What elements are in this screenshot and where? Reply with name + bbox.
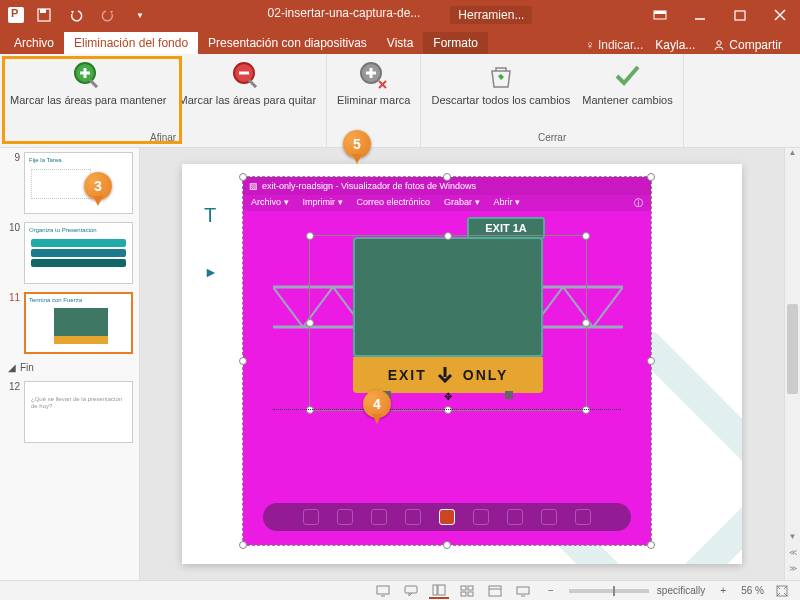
svg-rect-34 xyxy=(517,587,529,594)
ribbon-tabs: Archivo Eliminación del fondo Presentaci… xyxy=(0,30,800,54)
tell-me-search[interactable]: ♀ Indicar... xyxy=(586,38,644,52)
section-header[interactable]: ◢ Fin xyxy=(0,358,139,377)
sorter-view-button[interactable] xyxy=(457,583,477,599)
tab-presentacion[interactable]: Presentación con diapositivas xyxy=(198,32,377,54)
svg-rect-29 xyxy=(468,586,473,590)
zoom-in-button[interactable]: + xyxy=(713,583,733,599)
discard-changes-button[interactable]: Descartar todos los cambios xyxy=(427,58,574,130)
reading-view-button[interactable] xyxy=(485,583,505,599)
context-tools-label: Herramien... xyxy=(450,6,532,24)
slide-title-text: T xyxy=(204,204,216,227)
workspace: 9 Fije la Tarea 10 Organiza tu Presentac… xyxy=(0,148,800,580)
svg-rect-27 xyxy=(438,585,445,595)
slide-bullet: ► xyxy=(204,264,218,280)
minimize-button[interactable] xyxy=(680,0,720,30)
move-icon: ✥ xyxy=(444,391,452,402)
slide: T ► ▧exit-only-roadsign - Visualizador d… xyxy=(182,164,742,564)
ribbon-group-afinar: Marcar las áreas para mantener Marcar la… xyxy=(0,54,327,147)
tab-eliminacion-fondo[interactable]: Eliminación del fondo xyxy=(64,32,198,54)
foreground-selection-box[interactable] xyxy=(309,235,587,411)
tab-archivo[interactable]: Archivo xyxy=(4,32,64,54)
callout-5: 5 xyxy=(343,130,371,166)
ribbon-group-afinar-2: Eliminar marca xyxy=(327,54,421,147)
notes-button[interactable] xyxy=(373,583,393,599)
status-bar: − specifically + 56 % xyxy=(0,580,800,600)
button-label: Mantener cambios xyxy=(582,94,673,106)
vertical-scrollbar[interactable]: ▲ ▼ ≪ ≫ xyxy=(784,148,800,580)
svg-rect-25 xyxy=(405,586,417,593)
slide-preview: Termina con Fuerza xyxy=(24,292,133,354)
svg-rect-5 xyxy=(735,11,745,20)
callout-3: 3 xyxy=(84,172,112,208)
svg-rect-31 xyxy=(468,592,473,596)
zoom-level[interactable]: 56 % xyxy=(741,585,764,596)
undo-button[interactable] xyxy=(64,3,88,27)
plus-pencil-icon xyxy=(72,60,104,92)
document-title: 02-insertar-una-captura-de... xyxy=(268,6,421,24)
section-label: Fin xyxy=(20,362,34,373)
recycle-icon xyxy=(485,60,517,92)
slide-thumbnails-panel[interactable]: 9 Fije la Tarea 10 Organiza tu Presentac… xyxy=(0,148,140,580)
keep-changes-button[interactable]: Mantener cambios xyxy=(578,58,677,130)
delete-mark-icon xyxy=(358,60,390,92)
ribbon: Marcar las áreas para mantener Marcar la… xyxy=(0,54,800,148)
scroll-down-button[interactable]: ▼ xyxy=(785,532,800,548)
save-button[interactable] xyxy=(32,3,56,27)
button-label: Marcar las áreas para quitar xyxy=(179,94,317,106)
scroll-thumb[interactable] xyxy=(787,304,798,394)
mark-areas-remove-button[interactable]: Marcar las áreas para quitar xyxy=(175,58,321,130)
checkmark-icon xyxy=(611,60,643,92)
tab-vista[interactable]: Vista xyxy=(377,32,423,54)
maximize-button[interactable] xyxy=(720,0,760,30)
scroll-up-button[interactable]: ▲ xyxy=(785,148,800,164)
svg-rect-26 xyxy=(433,585,437,595)
qat-dropdown[interactable]: ▼ xyxy=(128,3,152,27)
button-label: Eliminar marca xyxy=(337,94,410,106)
share-label: Compartir xyxy=(729,38,782,52)
app-icon xyxy=(8,7,24,23)
fit-to-window-button[interactable] xyxy=(772,583,792,599)
thumbnail-9[interactable]: 9 Fije la Tarea xyxy=(0,148,139,218)
collapse-icon: ◢ xyxy=(8,362,16,373)
slide-preview: Fije la Tarea xyxy=(24,152,133,214)
svg-rect-12 xyxy=(89,79,98,88)
slide-canvas[interactable]: T ► ▧exit-only-roadsign - Visualizador d… xyxy=(140,148,784,580)
slideshow-button[interactable] xyxy=(513,583,533,599)
group-label-afinar: Afinar xyxy=(150,130,176,145)
mark-areas-keep-button[interactable]: Marcar las áreas para mantener xyxy=(6,58,171,130)
zoom-out-button[interactable]: − xyxy=(541,583,561,599)
prev-slide-button[interactable]: ≪ xyxy=(785,548,800,564)
svg-rect-23 xyxy=(377,586,389,594)
svg-point-8 xyxy=(717,41,721,45)
normal-view-button[interactable] xyxy=(429,583,449,599)
minus-pencil-icon xyxy=(231,60,263,92)
photo-viewer-menu: Archivo ▾ Imprimir ▾ Correo electrónico … xyxy=(243,195,651,211)
svg-rect-1 xyxy=(40,9,46,13)
delete-mark-button[interactable]: Eliminar marca xyxy=(333,58,414,130)
user-name[interactable]: Kayla... xyxy=(655,38,695,52)
redo-button[interactable] xyxy=(96,3,120,27)
tab-formato[interactable]: Formato xyxy=(423,32,488,54)
slide-number: 10 xyxy=(6,222,20,284)
slide-number: 12 xyxy=(6,381,20,443)
next-slide-button[interactable]: ≫ xyxy=(785,564,800,580)
callout-4: 4 xyxy=(363,390,391,426)
thumbnail-12[interactable]: 12 ¿Qué se llevan de la presentación de … xyxy=(0,377,139,447)
slide-preview: ¿Qué se llevan de la presentación de hoy… xyxy=(24,381,133,443)
thumbnail-10[interactable]: 10 Organiza tu Presentación xyxy=(0,218,139,288)
share-button[interactable]: Compartir xyxy=(707,36,788,54)
image-selection[interactable]: ▧exit-only-roadsign - Visualizador de fo… xyxy=(242,176,652,546)
share-icon xyxy=(713,39,725,51)
ribbon-options-button[interactable] xyxy=(640,0,680,30)
scroll-track[interactable] xyxy=(785,164,800,532)
slide-preview: Organiza tu Presentación xyxy=(24,222,133,284)
close-button[interactable] xyxy=(760,0,800,30)
button-label: Marcar las áreas para mantener xyxy=(10,94,167,106)
zoom-slider[interactable] xyxy=(569,589,649,593)
slide-number: 9 xyxy=(6,152,20,214)
svg-rect-32 xyxy=(489,586,501,596)
thumbnail-11[interactable]: 11 Termina con Fuerza xyxy=(0,288,139,358)
comments-button[interactable] xyxy=(401,583,421,599)
background-removal-overlay: ▧exit-only-roadsign - Visualizador de fo… xyxy=(243,177,651,545)
title-bar: ▼ 02-insertar-una-captura-de... Herramie… xyxy=(0,0,800,30)
